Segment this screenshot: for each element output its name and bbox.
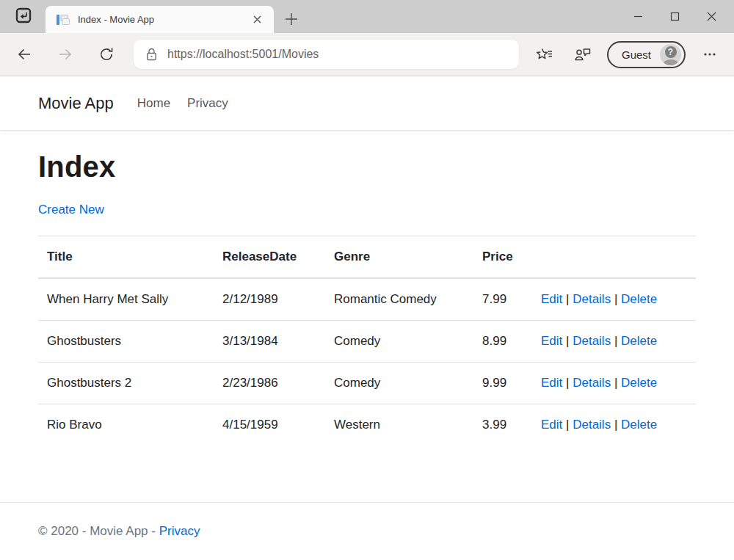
close-window-icon[interactable] bbox=[693, 2, 730, 32]
movies-table: Title ReleaseDate Genre Price When Harry… bbox=[38, 236, 696, 446]
cell-release-date: 2/23/1986 bbox=[214, 363, 325, 404]
footer-privacy-link[interactable]: Privacy bbox=[159, 524, 200, 538]
delete-link[interactable]: Delete bbox=[621, 292, 657, 306]
details-link[interactable]: Details bbox=[573, 334, 611, 348]
tab-title: Index - Movie App bbox=[78, 14, 249, 25]
action-separator: | bbox=[614, 292, 617, 306]
action-separator: | bbox=[566, 418, 569, 432]
settings-more-icon[interactable] bbox=[696, 41, 724, 68]
edit-link[interactable]: Edit bbox=[541, 418, 562, 432]
cell-price: 3.99 bbox=[473, 404, 532, 446]
url-text: https://localhost:5001/Movies bbox=[167, 48, 319, 61]
cell-genre: Romantic Comedy bbox=[325, 278, 473, 321]
copyright-text: © 2020 - Movie App - bbox=[38, 524, 156, 538]
cell-price: 8.99 bbox=[473, 321, 532, 363]
cell-actions: Edit | Details | Delete bbox=[532, 363, 696, 404]
tab-strip: Index - Movie App bbox=[0, 0, 734, 33]
navbar-brand[interactable]: Movie App bbox=[38, 94, 114, 113]
table-row: Ghostbusters 3/13/1984 Comedy 8.99 Edit … bbox=[38, 321, 696, 363]
favorites-icon[interactable] bbox=[531, 41, 559, 68]
feedback-icon[interactable] bbox=[569, 41, 597, 68]
column-header-releasedate: ReleaseDate bbox=[214, 236, 325, 279]
toolbar-right: Guest ? bbox=[531, 41, 724, 68]
tab-actions-menu-icon[interactable] bbox=[15, 7, 32, 23]
cell-actions: Edit | Details | Delete bbox=[532, 321, 696, 363]
maximize-icon[interactable] bbox=[656, 2, 693, 32]
page-favicon-icon bbox=[56, 12, 70, 27]
delete-link[interactable]: Delete bbox=[621, 334, 657, 348]
profile-button[interactable]: Guest ? bbox=[607, 41, 686, 68]
cell-price: 7.99 bbox=[473, 278, 532, 321]
edit-link[interactable]: Edit bbox=[541, 376, 562, 390]
create-new-link[interactable]: Create New bbox=[38, 203, 104, 217]
cell-title: Ghostbusters 2 bbox=[38, 363, 214, 404]
action-separator: | bbox=[614, 376, 617, 390]
action-separator: | bbox=[566, 292, 569, 306]
action-separator: | bbox=[566, 334, 569, 348]
cell-price: 9.99 bbox=[473, 363, 532, 404]
site-footer: © 2020 - Movie App - Privacy bbox=[0, 502, 734, 560]
cell-title: Ghostbusters bbox=[38, 321, 214, 363]
refresh-icon[interactable] bbox=[92, 41, 120, 68]
profile-label: Guest bbox=[622, 48, 651, 61]
table-row: Ghostbusters 2 2/23/1986 Comedy 9.99 Edi… bbox=[38, 363, 696, 404]
minimize-icon[interactable] bbox=[619, 2, 656, 32]
nav-link-home[interactable]: Home bbox=[137, 96, 170, 111]
edit-link[interactable]: Edit bbox=[541, 334, 562, 348]
cell-genre: Comedy bbox=[325, 363, 473, 404]
column-header-actions bbox=[532, 236, 696, 279]
lock-icon bbox=[145, 47, 158, 62]
guest-avatar-icon: ? bbox=[660, 44, 681, 65]
window-controls bbox=[619, 0, 730, 33]
page-content: Movie App Home Privacy Index Create New … bbox=[0, 76, 734, 560]
nav-link-privacy[interactable]: Privacy bbox=[187, 96, 228, 111]
details-link[interactable]: Details bbox=[573, 292, 611, 306]
browser-toolbar: https://localhost:5001/Movies Guest bbox=[0, 33, 734, 76]
tab-close-icon[interactable] bbox=[249, 12, 265, 28]
site-navbar: Movie App Home Privacy bbox=[0, 76, 734, 131]
column-header-title: Title bbox=[38, 236, 214, 279]
column-header-genre: Genre bbox=[325, 236, 473, 279]
column-header-price: Price bbox=[473, 236, 532, 279]
new-tab-icon[interactable] bbox=[282, 10, 301, 29]
cell-title: When Harry Met Sally bbox=[38, 278, 214, 321]
cell-release-date: 4/15/1959 bbox=[214, 404, 325, 446]
cell-release-date: 3/13/1984 bbox=[214, 321, 325, 363]
table-row: Rio Bravo 4/15/1959 Western 3.99 Edit | … bbox=[38, 404, 696, 446]
movies-table-head: Title ReleaseDate Genre Price bbox=[38, 236, 696, 279]
cell-actions: Edit | Details | Delete bbox=[532, 404, 696, 446]
delete-link[interactable]: Delete bbox=[621, 418, 657, 432]
action-separator: | bbox=[614, 334, 617, 348]
forward-icon[interactable] bbox=[51, 41, 79, 68]
cell-title: Rio Bravo bbox=[38, 404, 214, 446]
cell-genre: Western bbox=[325, 404, 473, 446]
action-separator: | bbox=[614, 418, 617, 432]
movies-table-body: When Harry Met Sally 2/12/1989 Romantic … bbox=[38, 278, 696, 446]
cell-release-date: 2/12/1989 bbox=[214, 278, 325, 321]
browser-window: Index - Movie App bbox=[0, 0, 734, 560]
browser-tab[interactable]: Index - Movie App bbox=[46, 6, 274, 33]
delete-link[interactable]: Delete bbox=[621, 376, 657, 390]
table-row: When Harry Met Sally 2/12/1989 Romantic … bbox=[38, 278, 696, 321]
edit-link[interactable]: Edit bbox=[541, 292, 562, 306]
cell-genre: Comedy bbox=[325, 321, 473, 363]
back-icon[interactable] bbox=[10, 41, 38, 68]
details-link[interactable]: Details bbox=[573, 376, 611, 390]
details-link[interactable]: Details bbox=[573, 418, 611, 432]
address-bar[interactable]: https://localhost:5001/Movies bbox=[134, 40, 519, 69]
cell-actions: Edit | Details | Delete bbox=[532, 278, 696, 321]
page-title: Index bbox=[38, 150, 696, 183]
main-container: Index Create New Title ReleaseDate Genre… bbox=[0, 131, 734, 446]
action-separator: | bbox=[566, 376, 569, 390]
